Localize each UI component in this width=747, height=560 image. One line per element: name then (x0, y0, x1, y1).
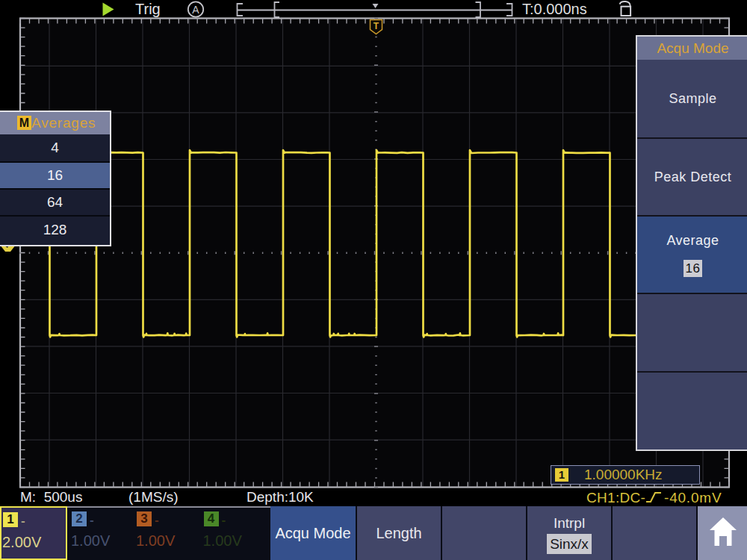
svg-text:A: A (192, 4, 199, 16)
svg-text:T: T (374, 21, 379, 31)
